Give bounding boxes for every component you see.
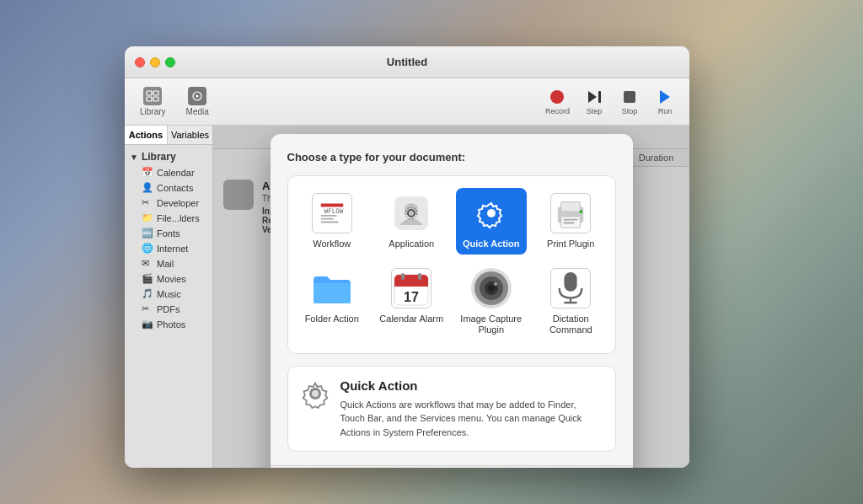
window-title: Untitled [387, 56, 427, 68]
stop-icon [619, 88, 641, 106]
type-item-folder-action[interactable]: Folder Action [297, 263, 368, 340]
svg-rect-1 [153, 91, 158, 95]
calendar-icon: 📅 [142, 167, 153, 179]
sidebar-tabs: Actions Variables [125, 126, 212, 145]
svg-point-35 [494, 282, 497, 286]
sidebar-item-fileholders[interactable]: 📁 File...lders [125, 211, 212, 226]
sidebar-item-developer[interactable]: ✂ Developer [125, 196, 212, 211]
sidebar-item-pdfs[interactable]: ✂ PDFs [125, 302, 212, 317]
sidebar-item-music[interactable]: 🎵 Music [125, 287, 212, 302]
svg-rect-27 [394, 281, 428, 287]
svg-rect-30 [418, 273, 421, 280]
type-item-quick-action[interactable]: Quick Action [456, 188, 528, 255]
library-button[interactable]: Library [133, 83, 173, 120]
stop-button[interactable]: Stop [614, 84, 646, 119]
document-type-modal: Choose a type for your document: WFLOW [271, 134, 633, 468]
svg-point-40 [312, 390, 319, 397]
svg-rect-29 [401, 273, 405, 280]
svg-rect-3 [153, 97, 158, 101]
info-box: Quick Action Quick Actions are workflows… [287, 366, 616, 453]
sidebar-item-fonts[interactable]: 🔤 Fonts [125, 226, 212, 241]
workflow-label-text: Workflow [313, 239, 351, 249]
record-icon [546, 88, 568, 106]
toolbar: Library Media Record [125, 78, 689, 126]
svg-point-5 [196, 95, 199, 98]
titlebar: Untitled [125, 46, 689, 78]
main-window: Untitled Library [125, 46, 689, 468]
traffic-lights [135, 57, 175, 67]
record-label: Record [545, 107, 570, 115]
movies-icon: 🎬 [142, 273, 153, 285]
type-item-print-plugin[interactable]: Print Plugin [535, 188, 607, 255]
svg-rect-0 [147, 91, 152, 95]
info-gear-icon [300, 378, 330, 409]
modal-overlay: Choose a type for your document: WFLOW [213, 126, 689, 468]
application-icon [391, 193, 432, 233]
info-title: Quick Action [340, 378, 603, 393]
content-pane: Duration r workflow. Activate F This act… [213, 126, 689, 468]
sidebar-item-movies[interactable]: 🎬 Movies [125, 271, 212, 287]
tab-actions[interactable]: Actions [125, 126, 168, 144]
type-item-application[interactable]: Application [376, 188, 448, 255]
dictation-label-text: Dictation Command [539, 314, 603, 335]
calendar-alarm-label-text: Calendar Alarm [379, 314, 443, 324]
image-capture-icon [471, 268, 512, 308]
print-plugin-label-text: Print Plugin [547, 239, 594, 249]
folder-action-label-text: Folder Action [305, 314, 359, 324]
close-button[interactable] [135, 57, 145, 67]
modal-inner: Choose a type for your document: WFLOW [271, 134, 633, 465]
minimize-button[interactable] [150, 57, 160, 67]
maximize-button[interactable] [165, 57, 175, 67]
type-item-dictation[interactable]: Dictation Command [535, 263, 607, 340]
svg-marker-6 [588, 91, 597, 103]
svg-point-18 [487, 209, 496, 217]
print-plugin-icon [550, 193, 591, 233]
calendar-alarm-icon: 17 [391, 268, 432, 308]
svg-rect-13 [320, 222, 338, 223]
fonts-icon: 🔤 [142, 228, 153, 239]
svg-rect-9 [320, 204, 343, 207]
sidebar-library-label: Library [142, 151, 176, 163]
svg-rect-11 [320, 215, 336, 217]
svg-rect-7 [598, 91, 601, 103]
music-icon: 🎵 [142, 288, 153, 300]
tab-variables[interactable]: Variables [168, 126, 212, 144]
dictation-icon [550, 268, 591, 308]
quick-action-label-text: Quick Action [463, 239, 519, 249]
type-grid: WFLOW Workflow [287, 175, 616, 354]
stop-label: Stop [622, 107, 638, 115]
workflow-icon: WFLOW [312, 193, 352, 233]
media-label: Media [186, 107, 209, 116]
svg-text:17: 17 [404, 290, 419, 304]
library-icon [143, 87, 162, 105]
record-button[interactable]: Record [540, 84, 575, 119]
library-label: Library [140, 107, 166, 116]
sidebar-item-photos[interactable]: 📷 Photos [125, 317, 212, 332]
type-item-calendar-alarm[interactable]: 17 Calendar Alarm [376, 263, 448, 340]
type-item-workflow[interactable]: WFLOW Workflow [297, 188, 368, 255]
sidebar-item-mail[interactable]: ✉ Mail [125, 256, 212, 271]
sidebar-item-contacts[interactable]: 👤 Contacts [125, 180, 212, 196]
step-icon [583, 88, 605, 106]
step-button[interactable]: Step [578, 84, 610, 119]
type-item-image-capture[interactable]: Image Capture Plugin [456, 263, 528, 340]
info-text-area: Quick Action Quick Actions are workflows… [340, 378, 603, 440]
folder-action-icon [312, 268, 352, 308]
media-icon [188, 87, 206, 105]
run-icon [654, 88, 676, 106]
modal-footer: Open an Existing Document... Close Choos… [271, 465, 633, 468]
modal-heading: Choose a type for your document: [287, 151, 616, 164]
internet-icon: 🌐 [142, 243, 153, 255]
media-button[interactable]: Media [180, 83, 216, 120]
svg-point-34 [488, 285, 495, 292]
svg-point-24 [580, 210, 583, 213]
run-label: Run [658, 107, 673, 115]
sidebar-item-calendar[interactable]: 📅 Calendar [125, 165, 212, 180]
toolbar-left: Library Media [133, 83, 216, 120]
toolbar-right: Record Step Stop [540, 84, 681, 119]
developer-icon: ✂ [142, 197, 153, 209]
svg-rect-23 [564, 223, 575, 224]
run-button[interactable]: Run [649, 84, 681, 119]
sidebar-library-header[interactable]: ▼ Library [125, 148, 212, 165]
sidebar-item-internet[interactable]: 🌐 Internet [125, 241, 212, 256]
